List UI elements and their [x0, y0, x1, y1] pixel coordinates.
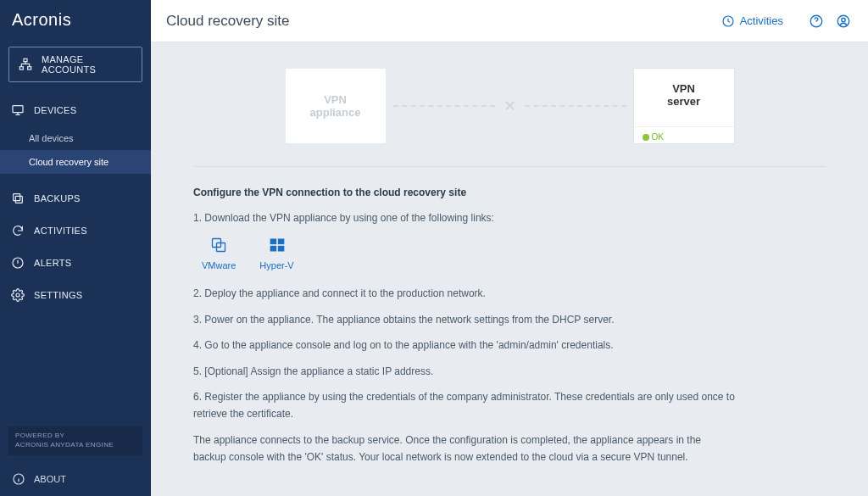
alert-icon — [10, 255, 25, 270]
download-hyperv[interactable]: Hyper-V — [259, 236, 293, 274]
sidebar-item-about[interactable]: ABOUT — [0, 462, 151, 496]
download-hyperv-label: Hyper-V — [259, 258, 293, 274]
instructions-step1: 1. Download the VPN appliance by using o… — [193, 209, 736, 226]
sidebar-label-activities: ACTIVITIES — [34, 226, 87, 236]
sidebar-label-alerts: ALERTS — [34, 258, 71, 268]
sitemap-icon — [18, 57, 33, 72]
sidebar-label-about: ABOUT — [34, 474, 66, 484]
svg-rect-5 — [14, 194, 20, 201]
svg-point-7 — [16, 293, 19, 297]
svg-rect-2 — [28, 67, 31, 70]
copy-icon — [10, 191, 25, 206]
main-content: VPN appliance ✕ VPN server OK — [151, 42, 868, 496]
main-panel: Cloud recovery site Activities VPN appli… — [151, 0, 868, 496]
powered-by-line2: ACRONIS ANYDATA ENGINE — [15, 441, 136, 450]
sidebar-nav: MANAGE ACCOUNTS DEVICES All devices Clou… — [0, 43, 151, 420]
help-icon[interactable] — [807, 12, 826, 31]
vpn-server-box: VPN server OK — [633, 68, 735, 144]
svg-point-12 — [842, 18, 846, 22]
sidebar-label-devices: DEVICES — [34, 105, 76, 115]
vpn-server-status: OK — [634, 126, 734, 143]
svg-rect-4 — [15, 196, 22, 203]
activities-link[interactable]: Activities — [721, 14, 783, 28]
sidebar-item-activities[interactable]: ACTIVITIES — [0, 215, 151, 247]
vpn-server-status-text: OK — [652, 132, 664, 142]
instructions-lead: Configure the VPN connection to the clou… — [193, 184, 736, 201]
sidebar-item-manage-accounts[interactable]: MANAGE ACCOUNTS — [8, 47, 142, 82]
svg-rect-18 — [277, 246, 284, 252]
sidebar-sub-all-devices[interactable]: All devices — [0, 126, 151, 150]
vmware-icon — [209, 236, 228, 254]
sidebar-label-manage: MANAGE ACCOUNTS — [42, 54, 133, 75]
windows-icon — [268, 236, 287, 254]
monitor-icon — [10, 103, 25, 118]
instructions: Configure the VPN connection to the clou… — [193, 184, 736, 466]
svg-rect-15 — [270, 238, 276, 244]
sidebar-item-backups[interactable]: BACKUPS — [0, 182, 151, 215]
svg-rect-16 — [277, 238, 284, 244]
vpn-appliance-l2: appliance — [310, 106, 361, 119]
user-icon[interactable] — [834, 12, 853, 31]
instructions-step5: 5. [Optional] Assign the appliance a sta… — [193, 363, 736, 380]
svg-rect-17 — [270, 246, 276, 252]
instructions-footer: The appliance connects to the backup ser… — [193, 432, 736, 466]
connection-line: ✕ — [387, 68, 633, 144]
instructions-step6: 6. Register the appliance by using the c… — [193, 388, 736, 423]
page-title: Cloud recovery site — [166, 13, 290, 30]
download-links: VMware Hyper-V — [202, 236, 736, 274]
instructions-step3: 3. Power on the appliance. The appliance… — [193, 311, 736, 328]
clock-icon — [721, 14, 735, 28]
instructions-step2: 2. Deploy the appliance and connect it t… — [193, 285, 736, 302]
disconnected-icon: ✕ — [495, 97, 525, 115]
sidebar-sub-cloud-recovery[interactable]: Cloud recovery site — [0, 150, 151, 174]
sidebar-item-settings[interactable]: SETTINGS — [0, 279, 151, 311]
powered-by-box: POWERED BY ACRONIS ANYDATA ENGINE — [8, 426, 142, 455]
vpn-appliance-box: VPN appliance — [285, 68, 387, 144]
svg-rect-0 — [24, 59, 27, 61]
svg-point-11 — [837, 15, 849, 27]
download-vmware[interactable]: VMware — [202, 236, 236, 274]
svg-rect-1 — [19, 67, 23, 70]
sidebar-label-backups: BACKUPS — [34, 193, 81, 203]
connection-diagram: VPN appliance ✕ VPN server OK — [193, 68, 826, 144]
sync-icon — [10, 223, 25, 238]
sidebar-label-settings: SETTINGS — [34, 290, 82, 300]
vpn-server-l1: VPN — [667, 82, 700, 95]
status-ok-icon — [643, 134, 649, 141]
gear-icon — [10, 287, 25, 303]
brand-logo: Acronis — [0, 0, 151, 43]
section-divider — [193, 166, 826, 167]
activities-label: Activities — [740, 14, 783, 27]
svg-rect-3 — [13, 106, 23, 113]
powered-by-line1: POWERED BY — [15, 432, 136, 441]
sidebar: Acronis MANAGE ACCOUNTS DEVICES All devi… — [0, 0, 151, 496]
info-icon — [12, 472, 25, 486]
instructions-step4: 4. Go to the appliance console and log o… — [193, 337, 736, 354]
page-header: Cloud recovery site Activities — [151, 0, 868, 42]
sidebar-item-alerts[interactable]: ALERTS — [0, 247, 151, 279]
vpn-appliance-l1: VPN — [324, 93, 347, 106]
sidebar-item-devices[interactable]: DEVICES — [0, 94, 151, 126]
vpn-server-l2: server — [667, 95, 700, 108]
download-vmware-label: VMware — [202, 258, 236, 274]
